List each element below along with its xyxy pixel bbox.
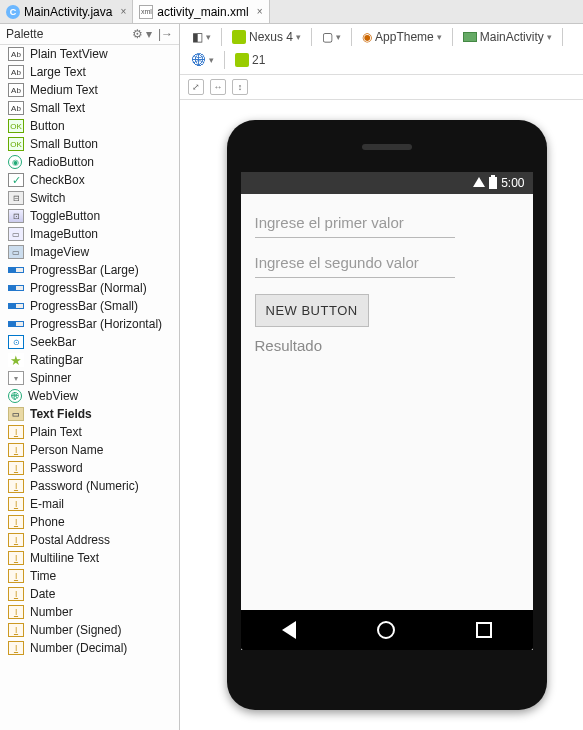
close-icon[interactable]: × [120,6,126,17]
palette-item-checkbox[interactable]: ✓CheckBox [0,171,179,189]
api-selector[interactable]: 21 [231,51,269,69]
edittext-primer-valor[interactable]: Ingrese el primer valor [255,208,455,238]
wifi-icon [473,177,485,187]
palette-item-password[interactable]: I̲Password [0,459,179,477]
palette-item-small-text[interactable]: AbSmall Text [0,99,179,117]
nav-recent-icon[interactable] [474,620,494,640]
tab-main-activity[interactable]: C MainActivity.java × [0,0,133,23]
palette-item-label: Date [30,587,55,601]
palette-item-label: ImageView [30,245,89,259]
device-screen: 5:00 Ingrese el primer valor Ingrese el … [241,172,533,650]
palette-item-date[interactable]: I̲Date [0,585,179,603]
nav-home-icon[interactable] [376,620,396,640]
palette-item-medium-text[interactable]: AbMedium Text [0,81,179,99]
web-icon: 🌐︎ [8,389,22,403]
palette-item-label: Medium Text [30,83,98,97]
activity-selector[interactable]: MainActivity ▾ [459,28,556,46]
palette-item-plain-textview[interactable]: AbPlain TextView [0,45,179,63]
palette-item-label: CheckBox [30,173,85,187]
palette-item-number-signed[interactable]: I̲Number (Signed) [0,621,179,639]
android-icon [232,30,246,44]
locale-selector[interactable]: 🌐︎ ▾ [188,50,218,70]
bar-icon [8,267,24,273]
ok-icon: OK [8,137,24,151]
palette-item-ratingbar[interactable]: ★RatingBar [0,351,179,369]
field-icon: I̲ [8,623,24,637]
field-icon: I̲ [8,587,24,601]
palette-item-postal-address[interactable]: I̲Postal Address [0,531,179,549]
palette-item-label: Number (Signed) [30,623,121,637]
nav-back-icon[interactable] [279,620,299,640]
textview-resultado[interactable]: Resultado [255,337,519,354]
bar-icon [8,321,24,327]
zoom-fit-icon[interactable]: ⤢ [188,79,204,95]
android-icon [235,53,249,67]
seek-icon: ⊙ [8,335,24,349]
xml-layout-icon: xml [139,5,153,19]
app-layout-root[interactable]: Ingrese el primer valor Ingrese el segun… [241,194,533,610]
palette-item-plain-text[interactable]: I̲Plain Text [0,423,179,441]
palette-item-number[interactable]: I̲Number [0,603,179,621]
new-button[interactable]: NEW BUTTON [255,294,369,327]
palette-item-label: Small Text [30,101,85,115]
edittext-segundo-valor[interactable]: Ingrese el segundo valor [255,248,455,278]
palette-item-spinner[interactable]: ▾Spinner [0,369,179,387]
theme-label: AppTheme [375,30,434,44]
arrow-icon[interactable]: |→ [158,27,173,41]
java-class-icon: C [6,5,20,19]
palette-item-radiobutton[interactable]: ◉RadioButton [0,153,179,171]
palette-item-password-numeric[interactable]: I̲Password (Numeric) [0,477,179,495]
ab-icon: Ab [8,101,24,115]
palette-item-person-name[interactable]: I̲Person Name [0,441,179,459]
activity-icon [463,32,477,42]
palette-item-phone[interactable]: I̲Phone [0,513,179,531]
palette-item-webview[interactable]: 🌐︎WebView [0,387,179,405]
field-icon: I̲ [8,461,24,475]
globe-icon: 🌐︎ [192,52,206,68]
design-canvas[interactable]: 5:00 Ingrese el primer valor Ingrese el … [180,100,583,730]
palette-item-label: Small Button [30,137,98,151]
palette-item-imagebutton[interactable]: ▭ImageButton [0,225,179,243]
palette-item-e-mail[interactable]: I̲E-mail [0,495,179,513]
designer-toolbar: ◧▾ Nexus 4 ▾ ▢▾ ◉ AppTheme ▾ MainActivit… [180,24,583,75]
palette-item-time[interactable]: I̲Time [0,567,179,585]
expand-horizontal-icon[interactable]: ↔ [210,79,226,95]
palette-item-progressbar-normal[interactable]: ProgressBar (Normal) [0,279,179,297]
palette-item-number-decimal[interactable]: I̲Number (Decimal) [0,639,179,657]
field-icon: I̲ [8,569,24,583]
palette-item-switch[interactable]: ⊟Switch [0,189,179,207]
config-button[interactable]: ▢▾ [318,28,345,46]
palette-item-multiline-text[interactable]: I̲Multiline Text [0,549,179,567]
palette-item-label: E-mail [30,497,64,511]
ok-icon: OK [8,119,24,133]
palette-item-label: RadioButton [28,155,94,169]
layout-designer: ◧▾ Nexus 4 ▾ ▢▾ ◉ AppTheme ▾ MainActivit… [180,24,583,730]
expand-vertical-icon[interactable]: ↕ [232,79,248,95]
theme-selector[interactable]: ◉ AppTheme ▾ [358,28,446,46]
palette-item-text-fields[interactable]: ▭Text Fields [0,405,179,423]
palette-item-small-button[interactable]: OKSmall Button [0,135,179,153]
imgvw-icon: ▭ [8,245,24,259]
palette-item-progressbar-horizontal[interactable]: ProgressBar (Horizontal) [0,315,179,333]
palette-item-seekbar[interactable]: ⊙SeekBar [0,333,179,351]
palette-item-large-text[interactable]: AbLarge Text [0,63,179,81]
palette-item-label: Switch [30,191,65,205]
status-bar: 5:00 [241,172,533,194]
device-selector[interactable]: Nexus 4 ▾ [228,28,305,46]
designer-toolbar-secondary: ⤢ ↔ ↕ [180,75,583,100]
battery-icon [489,177,497,189]
field-icon: I̲ [8,479,24,493]
palette-item-imageview[interactable]: ▭ImageView [0,243,179,261]
android-navbar [241,610,533,650]
palette-item-progressbar-small[interactable]: ProgressBar (Small) [0,297,179,315]
palette-item-togglebutton[interactable]: ⊡ToggleButton [0,207,179,225]
gear-icon[interactable]: ⚙︎ ▾ [132,27,152,41]
tab-activity-main-xml[interactable]: xml activity_main.xml × [133,0,269,23]
palette-item-button[interactable]: OKButton [0,117,179,135]
palette-item-label: ProgressBar (Large) [30,263,139,277]
palette-item-progressbar-large[interactable]: ProgressBar (Large) [0,261,179,279]
palette-item-label: Password [30,461,83,475]
orientation-button[interactable]: ◧▾ [188,28,215,46]
palette-item-label: ImageButton [30,227,98,241]
close-icon[interactable]: × [257,6,263,17]
